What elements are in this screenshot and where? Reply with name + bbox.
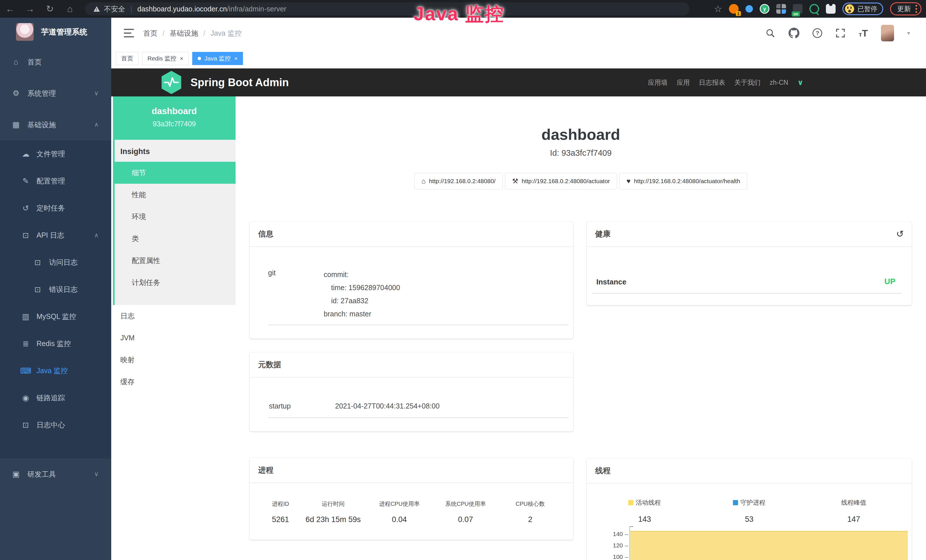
sba-nav-about[interactable]: 关于我们 — [734, 78, 761, 87]
extensions-puzzle-icon[interactable] — [826, 4, 835, 14]
actuator-url: http://192.168.0.2:48080/actuator — [522, 178, 610, 185]
app-title: 芋道管理系统 — [41, 27, 87, 37]
sba-item-mappings[interactable]: 映射 — [113, 349, 236, 371]
actuator-url-button[interactable]: ⚒ http://192.168.0.2:48080/actuator — [505, 173, 617, 189]
legend-label: 线程峰值 — [841, 499, 866, 506]
reload-icon[interactable]: ↻ — [40, 3, 60, 14]
health-history-icon[interactable]: ↺ — [896, 229, 904, 239]
sidebar-item-label: API 日志 — [36, 230, 64, 240]
sidebar-item-dev-tools[interactable]: ▣ 研发工具 ∨ — [0, 459, 111, 490]
history-icon: ↺ — [20, 204, 32, 213]
annotation-overlay: Java 监控 — [413, 1, 504, 27]
sidebar-item-home[interactable]: ⌂ 首页 — [0, 46, 111, 77]
sidebar-item-scheduled-jobs[interactable]: ↺ 定时任务 — [0, 195, 111, 222]
sidebar-item-error-log[interactable]: ⊡ 错误日志 — [0, 276, 111, 303]
extension-switch-icon[interactable]: on — [793, 4, 802, 14]
github-icon[interactable] — [788, 28, 799, 38]
sidebar-item-label: 错误日志 — [49, 285, 77, 294]
sidebar-item-mysql-monitor[interactable]: ▥ MySQL 监控 — [0, 303, 111, 330]
health-card-title: 健康 — [587, 222, 912, 247]
sba-item-metrics[interactable]: 性能 — [115, 184, 236, 206]
caret-down-icon[interactable]: ▾ — [907, 30, 910, 36]
sba-item-environment[interactable]: 环境 — [115, 206, 236, 228]
sba-item-scheduled-tasks[interactable]: 计划任务 — [115, 272, 236, 294]
update-label: 更新 — [897, 4, 911, 14]
sidebar-item-config[interactable]: ✎ 配置管理 — [0, 168, 111, 195]
cpu-cores-value: 2 — [498, 515, 562, 524]
on-badge: on — [792, 11, 800, 17]
font-size-icon[interactable]: тT — [859, 28, 868, 39]
address-separator: | — [130, 5, 132, 13]
sidebar-item-redis-monitor[interactable]: ≣ Redis 监控 — [0, 330, 111, 357]
extension-search-icon[interactable] — [809, 4, 819, 14]
profile-chip[interactable]: 已暂停 — [843, 3, 883, 15]
git-branch-line: branch: master — [324, 307, 400, 320]
update-button[interactable]: 更新 — [890, 2, 921, 15]
browser-home-icon[interactable]: ⌂ — [60, 4, 80, 14]
tab-redis-monitor[interactable]: Redis 监控 × — [142, 52, 189, 65]
tab-label: Java 监控 — [204, 54, 231, 62]
forward-icon[interactable]: → — [20, 4, 40, 14]
sba-nav-journal[interactable]: 日志报表 — [699, 78, 725, 87]
sidebar-item-tracing[interactable]: ◉ 链路追踪 — [0, 384, 111, 412]
sba-item-config-props[interactable]: 配置属性 — [115, 250, 236, 272]
breadcrumb-home[interactable]: 首页 — [143, 29, 157, 38]
sba-logo-icon — [160, 70, 183, 95]
close-icon[interactable]: × — [180, 55, 183, 62]
fullscreen-icon[interactable] — [835, 28, 846, 38]
extension-adguard-icon[interactable]: 1 — [729, 4, 738, 14]
extension-grid-icon[interactable] — [776, 4, 786, 14]
kebab-menu-icon[interactable] — [915, 5, 917, 13]
instance-header[interactable]: dashboard 93a3fc7f7409 — [113, 97, 236, 140]
sidebar-item-access-log[interactable]: ⊡ 访问日志 — [0, 249, 111, 276]
sidebar-item-java-monitor[interactable]: ⌨ Java 监控 — [0, 357, 111, 384]
extension-pin-icon[interactable] — [746, 5, 753, 12]
sba-item-caches[interactable]: 缓存 — [113, 371, 236, 393]
tab-java-monitor[interactable]: Java 监控 × — [192, 52, 243, 65]
sba-nav-wallboard[interactable]: 应用墙 — [648, 78, 667, 87]
sba-item-details[interactable]: 细节 — [113, 162, 236, 184]
legend-peak-threads: 线程峰值 147 — [801, 498, 906, 524]
service-url-button[interactable]: ⌂ http://192.168.0.2:48080/ — [415, 173, 503, 189]
gear-icon: ⚙ — [10, 89, 22, 98]
chevron-down-icon[interactable]: ∨ — [797, 78, 803, 87]
log-icon: ⊡ — [20, 421, 32, 430]
breadcrumb-infra[interactable]: 基础设施 — [170, 29, 198, 38]
sba-brand[interactable]: Spring Boot Admin — [160, 68, 289, 97]
sidebar-item-files[interactable]: ☁ 文件管理 — [0, 140, 111, 168]
tab-label: Redis 监控 — [147, 54, 177, 62]
bookmark-star-icon[interactable]: ☆ — [714, 3, 722, 14]
sba-item-jvm[interactable]: JVM — [113, 327, 236, 349]
collapse-sidebar-icon[interactable] — [124, 29, 134, 37]
tab-home[interactable]: 首页 — [116, 52, 139, 65]
extension-y-icon[interactable]: y — [760, 4, 769, 14]
info-row-label: git — [268, 269, 275, 277]
profile-emoji-icon — [845, 4, 854, 14]
process-id-value: 5261 — [261, 515, 300, 524]
sba-item-classes[interactable]: 类 — [115, 228, 236, 250]
process-table-values: 5261 6d 23h 15m 59s 0.04 0.07 2 — [261, 515, 562, 524]
column-header: 进程CPU使用率 — [366, 500, 432, 508]
health-url-button[interactable]: ♥ http://192.168.0.2:48080/actuator/heal… — [619, 173, 747, 189]
sidebar-item-system[interactable]: ⚙ 系统管理 ∨ — [0, 77, 111, 109]
health-card: 健康 ↺ Instance UP — [587, 222, 912, 305]
search-icon[interactable] — [765, 28, 775, 38]
threads-area-chart — [630, 531, 908, 560]
sba-nav-language[interactable]: zh-CN — [770, 79, 788, 86]
back-icon[interactable]: ← — [0, 4, 20, 14]
app-logo-row[interactable]: 芋道管理系统 — [0, 18, 111, 46]
help-icon[interactable]: ? — [813, 28, 822, 38]
sidebar-item-log-center[interactable]: ⊡ 日志中心 — [0, 412, 111, 439]
sidebar-item-infra[interactable]: ▦ 基础设施 ∧ — [0, 109, 111, 140]
sidebar-item-label: 文件管理 — [36, 149, 65, 159]
row-divider — [268, 325, 569, 325]
wrench-icon: ⚒ — [512, 177, 519, 185]
address-bar[interactable]: 不安全 | dashboard.yudao.iocoder.cn /infra/… — [85, 2, 690, 15]
user-avatar[interactable] — [881, 25, 894, 41]
sidebar-item-api-log[interactable]: ⊡ API 日志 ∧ — [0, 222, 111, 249]
close-icon[interactable]: × — [234, 55, 238, 62]
sba-item-logs[interactable]: 日志 — [113, 305, 236, 327]
threads-card: 线程 活动线程 143 守护进程 53 线程峰值 147 140 120 100 — [587, 459, 912, 560]
sba-nav-applications[interactable]: 应用 — [677, 78, 690, 87]
security-label[interactable]: 不安全 — [104, 4, 125, 14]
